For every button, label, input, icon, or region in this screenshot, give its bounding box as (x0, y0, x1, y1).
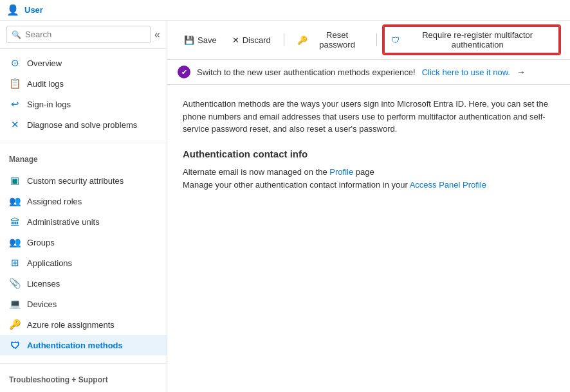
sidebar-item-label: Devices (27, 299, 57, 309)
licenses-icon: 📎 (9, 278, 21, 289)
discard-label: Discard (243, 35, 271, 45)
sidebar-item-devices[interactable]: 💻 Devices (0, 294, 167, 314)
line1-suffix: page (353, 167, 374, 177)
sidebar-nav-manage: ▣ Custom security attributes 👥 Assigned … (0, 166, 167, 359)
sidebar-troubleshoot-label: Troubleshooting + Support (0, 368, 167, 387)
diagnose-icon: ✕ (9, 119, 21, 130)
sidebar-manage-label: Manage (0, 147, 167, 166)
description-text: Authentication methods are the ways your… (183, 98, 555, 136)
sidebar-divider-2 (0, 363, 167, 364)
sidebar-item-label: Applications (27, 258, 72, 268)
save-label: Save (198, 35, 217, 45)
line2: Manage your other authentication contact… (183, 179, 555, 192)
discard-icon: ✕ (232, 35, 239, 45)
banner-icon: ✔ (178, 66, 190, 78)
sidebar-item-sign-in-logs[interactable]: ↩ Sign-in logs (0, 94, 167, 114)
main-container: 🔍 « ⊙ Overview 📋 Audit logs ↩ Sign-in lo… (0, 21, 570, 392)
sidebar: 🔍 « ⊙ Overview 📋 Audit logs ↩ Sign-in lo… (0, 21, 167, 392)
search-input[interactable] (6, 26, 151, 43)
sidebar-item-admin-units[interactable]: 🏛 Administrative units (0, 211, 167, 232)
sidebar-item-label: Sign-in logs (27, 100, 71, 109)
overview-icon: ⊙ (9, 57, 21, 69)
access-panel-link[interactable]: Access Panel Profile (410, 180, 486, 190)
sidebar-item-label: Groups (27, 238, 55, 247)
sidebar-item-applications[interactable]: ⊞ Applications (0, 253, 167, 273)
line2-text: Manage your other authentication contact… (183, 180, 410, 190)
sidebar-nav-top: ⊙ Overview 📋 Audit logs ↩ Sign-in logs ✕… (0, 49, 167, 139)
sidebar-item-label: Custom security attributes (27, 176, 124, 186)
reset-password-label: Reset password (311, 30, 364, 49)
assigned-roles-icon: 👥 (9, 195, 21, 207)
top-bar: 👤 User (0, 0, 570, 21)
sidebar-search-container: 🔍 « (0, 21, 167, 49)
save-icon: 💾 (184, 35, 194, 45)
require-reregister-button[interactable]: 🛡 Require re-register multifactor authen… (383, 26, 560, 54)
search-icon: 🔍 (12, 30, 21, 39)
sidebar-item-label: Diagnose and solve problems (27, 120, 137, 130)
toolbar: 💾 Save ✕ Discard 🔑 Reset password 🛡 Requ… (167, 21, 570, 60)
profile-link[interactable]: Profile (329, 167, 353, 177)
sidebar-item-label: Assigned roles (27, 197, 82, 206)
groups-icon: 👥 (9, 236, 21, 248)
sidebar-item-azure-role[interactable]: 🔑 Azure role assignments (0, 314, 167, 335)
sidebar-item-label: Overview (27, 58, 62, 68)
save-button[interactable]: 💾 Save (178, 32, 223, 48)
sidebar-item-label: Administrative units (27, 217, 100, 227)
sidebar-item-diagnose[interactable]: ✕ Diagnose and solve problems (0, 114, 167, 135)
line1-text: Alternate email is now managed on the (183, 167, 329, 177)
sidebar-item-licenses[interactable]: 📎 Licenses (0, 273, 167, 294)
audit-logs-icon: 📋 (9, 78, 21, 89)
sidebar-item-overview[interactable]: ⊙ Overview (0, 53, 167, 73)
toolbar-separator-2 (376, 33, 377, 46)
section-title: Authentication contact info (183, 148, 555, 159)
require-reregister-label: Require re-register multifactor authenti… (403, 30, 552, 49)
banner: ✔ Switch to the new user authentication … (167, 60, 570, 85)
admin-units-icon: 🏛 (9, 216, 21, 227)
sidebar-item-assigned-roles[interactable]: 👥 Assigned roles (0, 191, 167, 211)
sidebar-item-label: Audit logs (27, 79, 64, 89)
devices-icon: 💻 (9, 298, 21, 310)
discard-button[interactable]: ✕ Discard (226, 32, 277, 48)
collapse-button[interactable]: « (154, 29, 160, 40)
banner-link[interactable]: Click here to use it now. (422, 67, 510, 77)
reset-password-button[interactable]: 🔑 Reset password (291, 27, 371, 53)
sidebar-nav-support: 👤 New support request (0, 387, 167, 392)
sidebar-item-label: Azure role assignments (27, 320, 115, 330)
content-area: Authentication methods are the ways your… (167, 85, 570, 392)
sign-in-logs-icon: ↩ (9, 98, 21, 110)
sidebar-item-auth-methods[interactable]: 🛡 Authentication methods (0, 335, 167, 355)
user-icon: 👤 (6, 4, 19, 16)
applications-icon: ⊞ (9, 257, 21, 269)
require-reregister-icon: 🛡 (391, 35, 400, 45)
banner-arrow: → (517, 67, 526, 77)
sidebar-divider-1 (0, 143, 167, 143)
sidebar-item-groups[interactable]: 👥 Groups (0, 232, 167, 253)
reset-password-icon: 🔑 (297, 35, 308, 45)
sidebar-item-label: Authentication methods (27, 341, 123, 350)
custom-security-icon: ▣ (9, 175, 21, 186)
sidebar-item-audit-logs[interactable]: 📋 Audit logs (0, 73, 167, 94)
toolbar-separator (284, 33, 284, 46)
user-label: User (24, 5, 43, 15)
azure-role-icon: 🔑 (9, 319, 21, 330)
sidebar-item-custom-security[interactable]: ▣ Custom security attributes (0, 170, 167, 191)
banner-text: Switch to the new user authentication me… (197, 67, 416, 77)
sidebar-item-label: Licenses (27, 279, 60, 289)
line1: Alternate email is now managed on the Pr… (183, 166, 555, 179)
contact-info-text: Alternate email is now managed on the Pr… (183, 166, 555, 193)
main-content: 💾 Save ✕ Discard 🔑 Reset password 🛡 Requ… (167, 21, 570, 392)
auth-methods-icon: 🛡 (9, 339, 21, 351)
